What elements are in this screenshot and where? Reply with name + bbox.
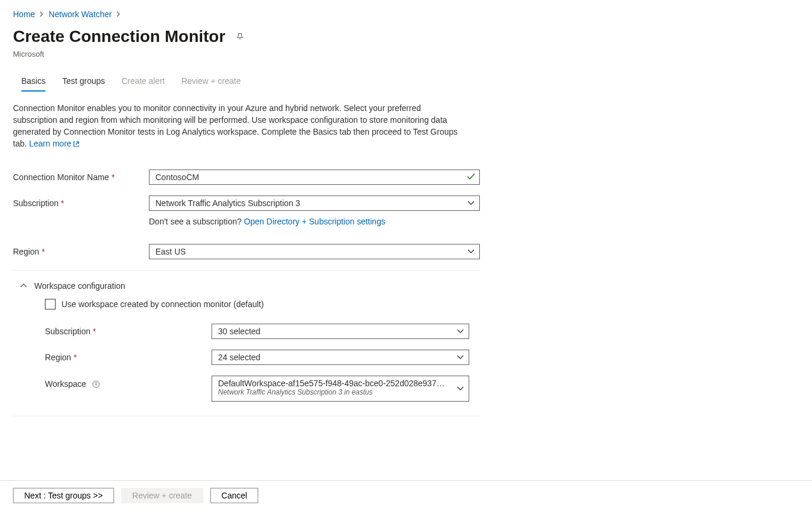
use-default-workspace-checkbox[interactable] (45, 299, 56, 309)
learn-more-link[interactable]: Learn more (29, 139, 80, 148)
pin-icon[interactable] (236, 32, 244, 41)
review-button: Review + create (121, 488, 203, 503)
description: Connection Monitor enables you to monito… (13, 102, 462, 149)
tabs: Basics Test groups Create alert Review +… (21, 73, 799, 92)
chevron-down-icon (467, 201, 475, 206)
ws-subscription-select[interactable]: 30 selected (212, 324, 469, 339)
workspace-config-label: Workspace configuration (34, 281, 125, 291)
checkbox-label: Use workspace created by connection moni… (61, 299, 264, 309)
svg-point-2 (96, 382, 96, 383)
external-link-icon (73, 141, 80, 148)
tab-review-create: Review + create (181, 73, 241, 92)
ws-region-label: Region* (45, 353, 212, 362)
next-button[interactable]: Next : Test groups >> (13, 488, 114, 503)
subscription-help: Don't see a subscription? Open Directory… (149, 217, 385, 226)
tab-test-groups[interactable]: Test groups (62, 73, 105, 92)
workspace-config-toggle[interactable]: Workspace configuration (13, 278, 799, 299)
chevron-right-icon (116, 9, 121, 19)
breadcrumb-home[interactable]: Home (13, 9, 35, 19)
page-title: Create Connection Monitor (13, 27, 225, 46)
region-label: Region* (13, 247, 149, 256)
subtitle: Microsoft (13, 50, 799, 58)
check-icon (467, 172, 475, 182)
chevron-up-icon (20, 283, 27, 288)
footer: Next : Test groups >> Review + create Ca… (0, 480, 812, 515)
ws-region-select[interactable]: 24 selected (212, 350, 469, 365)
chevron-right-icon (40, 9, 44, 19)
chevron-down-icon (457, 386, 464, 391)
subscription-label: Subscription* (13, 198, 149, 208)
chevron-down-icon (457, 329, 464, 334)
chevron-down-icon (467, 249, 475, 254)
ws-workspace-label: Workspace (45, 376, 212, 389)
subscription-select[interactable]: Network Traffic Analytics Subscription 3 (149, 195, 480, 211)
info-icon[interactable] (92, 380, 100, 388)
open-directory-link[interactable]: Open Directory + Subscription settings (244, 217, 385, 226)
tab-basics[interactable]: Basics (21, 73, 46, 92)
region-select[interactable]: East US (149, 244, 480, 259)
breadcrumb-network-watcher[interactable]: Network Watcher (48, 9, 112, 19)
chevron-down-icon (457, 355, 464, 360)
breadcrumb: Home Network Watcher (13, 9, 799, 19)
name-label: Connection Monitor Name* (13, 172, 149, 182)
ws-subscription-label: Subscription* (45, 327, 212, 336)
cancel-button[interactable]: Cancel (210, 488, 259, 503)
name-input[interactable] (149, 170, 480, 185)
ws-workspace-select[interactable]: DefaultWorkspace-af15e575-f948-49ac-bce0… (212, 376, 469, 402)
tab-create-alert: Create alert (122, 73, 165, 92)
